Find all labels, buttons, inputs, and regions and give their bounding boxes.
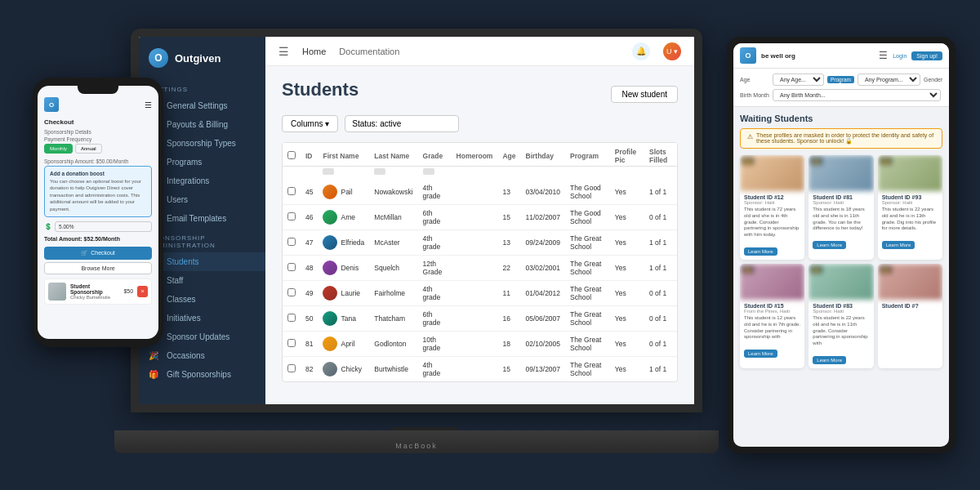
amount-label: Sponsorship Amount: $50.00/Month xyxy=(44,158,152,164)
learn-more-button[interactable]: Learn More xyxy=(813,241,846,249)
tablet-filters: Age Any Age... Program Any Program... Ge… xyxy=(733,69,949,107)
checkout-title: Checkout xyxy=(44,118,152,126)
cell-first-name: Pail xyxy=(318,180,369,205)
student-card-image: 🔒 xyxy=(808,155,873,191)
cell-last-name: Thatcham xyxy=(369,306,417,332)
cell-birthday: 01/04/2012 xyxy=(521,281,566,306)
cell-birthday: 03/02/2001 xyxy=(521,256,566,281)
cell-homeroom xyxy=(452,180,498,205)
sidebar-logo: O xyxy=(149,48,168,68)
user-avatar[interactable]: U ▾ xyxy=(663,42,681,60)
age-filter[interactable]: Any Age... xyxy=(773,74,824,86)
waiting-students-grid: 🔒 Student ID #12 Sponsor: Haiti This stu… xyxy=(740,155,942,368)
monthly-btn[interactable]: Monthly xyxy=(44,144,73,154)
notifications-bell[interactable]: 🔔 xyxy=(632,42,650,60)
row-checkbox[interactable] xyxy=(287,364,296,372)
home-link[interactable]: Home xyxy=(302,47,326,56)
student-avatar xyxy=(323,336,337,351)
learn-more-button[interactable]: Learn More xyxy=(744,247,777,256)
documentation-link[interactable]: Documentation xyxy=(339,47,399,56)
row-checkbox[interactable] xyxy=(287,314,296,322)
details-label: Sponsorship Details xyxy=(44,129,152,135)
cell-homeroom xyxy=(452,205,498,230)
table-row[interactable]: 50 Tana Thatcham 6th grade 16 05/06/2007… xyxy=(283,306,677,332)
browse-button[interactable]: Browse More xyxy=(44,262,152,274)
col-program: Program xyxy=(565,143,610,167)
tablet-brand: be well org xyxy=(761,52,795,60)
student-card: 🔒 Student ID #15 From the Pines, Haiti T… xyxy=(740,264,804,368)
hamburger-icon[interactable]: ☰ xyxy=(278,45,289,58)
lock-indicator: 🔒 xyxy=(880,157,892,165)
filter-first-name[interactable] xyxy=(323,168,334,175)
tablet-login-button[interactable]: Login xyxy=(893,53,906,59)
program-filter[interactable]: Any Program... xyxy=(858,74,920,86)
sidebar-item-occasions[interactable]: 🎉 Occasions xyxy=(139,346,265,365)
checkout-button[interactable]: 🛒 Checkout xyxy=(44,247,152,260)
table-row[interactable]: 82 Chicky Burtwhistle 4th grade 15 09/13… xyxy=(283,357,677,382)
cell-age: 15 xyxy=(497,357,520,382)
student-card-id: Student ID #83 xyxy=(813,303,869,309)
laptop-screen: O Outgiven SETTINGS ⚙ General Settings ☰… xyxy=(131,29,702,412)
table-row[interactable]: 49 Laurie Fairholme 4th grade 11 01/04/2… xyxy=(283,281,677,306)
tablet-menu-icon[interactable]: ☰ xyxy=(879,50,888,61)
cart-item-name: Student Sponsorship xyxy=(70,283,119,295)
cart-delete-button[interactable]: × xyxy=(137,286,148,297)
row-checkbox[interactable] xyxy=(287,339,296,347)
table-row[interactable]: 48 Denis Squelch 12th Grade 22 03/02/200… xyxy=(283,256,677,281)
cell-last-name: McAster xyxy=(369,230,417,256)
student-card-meta: From the Pines, Haiti xyxy=(744,309,800,314)
tablet-signup-button[interactable]: Sign up! xyxy=(911,51,942,60)
percent-select[interactable]: 5.00% xyxy=(55,221,152,232)
table-row[interactable]: 47 Elfrieda McAster 4th grade 13 09/24/2… xyxy=(283,230,677,256)
cell-birthday: 09/24/2009 xyxy=(521,230,566,256)
warning-icon: ⚠ xyxy=(747,133,753,140)
cart-thumbnail xyxy=(48,283,66,301)
cell-program: The Good School xyxy=(565,180,610,205)
row-checkbox[interactable] xyxy=(287,187,296,195)
col-grade: Grade xyxy=(418,143,452,167)
table-row[interactable]: 46 Ame McMillan 6th grade 15 11/02/2007 … xyxy=(283,205,677,230)
table-row[interactable]: 81 April Godlonton 10th grade 18 02/10/2… xyxy=(283,332,677,357)
table-row[interactable]: 45 Pail Nowakowski 4th grade 13 03/04/20… xyxy=(283,180,677,205)
cell-birthday: 05/06/2007 xyxy=(521,306,566,332)
status-filter[interactable]: Status: active xyxy=(345,115,459,132)
cell-slots: 0 of 1 xyxy=(644,205,677,230)
col-birthday: Birthday xyxy=(521,143,566,167)
student-card-meta: Sponsor: Haiti xyxy=(744,200,800,205)
learn-more-button[interactable]: Learn More xyxy=(882,241,915,249)
tablet-logo: O xyxy=(740,47,756,64)
total-amount: Total Amount: $52.50/Month xyxy=(44,236,152,242)
cell-program: The Great School xyxy=(565,281,610,306)
annual-btn[interactable]: Annual xyxy=(75,144,102,154)
student-card-image: 🔒 xyxy=(878,155,942,191)
birth-month-filter[interactable]: Any Birth Month... xyxy=(773,89,941,101)
filter-last-name[interactable] xyxy=(374,168,385,175)
row-checkbox[interactable] xyxy=(287,212,296,220)
filter-grade[interactable] xyxy=(423,168,434,175)
laptop: O Outgiven SETTINGS ⚙ General Settings ☰… xyxy=(131,29,719,453)
learn-more-button[interactable]: Learn More xyxy=(744,350,777,358)
select-all-checkbox[interactable] xyxy=(287,151,296,159)
cell-profile-pic: Yes xyxy=(610,281,644,306)
row-checkbox[interactable] xyxy=(287,263,296,271)
columns-button[interactable]: Columns ▾ xyxy=(282,115,338,132)
cell-profile-pic: Yes xyxy=(610,180,644,205)
cell-birthday: 02/10/2005 xyxy=(521,332,566,357)
tablet-topbar: O be well org ☰ Login Sign up! xyxy=(733,43,949,69)
student-card-desc: This student is 22 years old and he is i… xyxy=(813,315,869,347)
cell-grade: 6th grade xyxy=(418,205,452,230)
cell-age: 13 xyxy=(497,180,520,205)
cell-slots: 1 of 1 xyxy=(644,357,677,382)
row-checkbox[interactable] xyxy=(287,288,296,296)
row-checkbox[interactable] xyxy=(287,238,296,246)
new-student-button[interactable]: New student xyxy=(611,86,678,103)
student-card-id: Student ID #? xyxy=(882,303,938,309)
sidebar-item-gift-sponsorships[interactable]: 🎁 Gift Sponsorships xyxy=(139,365,265,384)
table-toolbar: Columns ▾ Status: active xyxy=(282,115,678,132)
student-avatar xyxy=(323,286,337,301)
cell-program: The Great School xyxy=(565,230,610,256)
student-avatar xyxy=(323,210,337,225)
student-card-id: Student ID #93 xyxy=(882,194,938,200)
cell-first-name: Elfrieda xyxy=(318,230,369,256)
learn-more-button[interactable]: Learn More xyxy=(813,356,846,364)
